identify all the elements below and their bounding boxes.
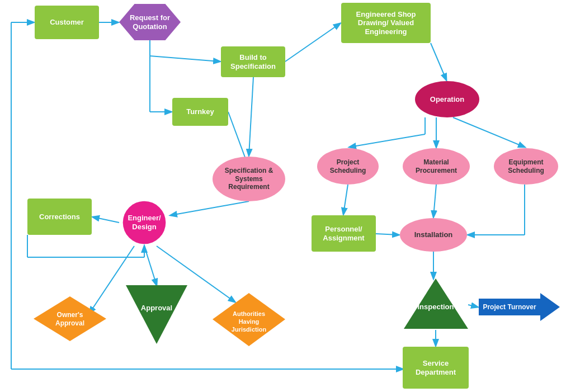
request-quotation-node: Request forQuotation [119, 4, 181, 40]
owners-approval-node: Owner's Approval [34, 296, 106, 341]
svg-line-12 [453, 117, 525, 147]
personnel-assignment-node: Personnel/Assignment [312, 215, 376, 252]
turnkey-node: Turnkey [172, 98, 228, 126]
svg-text:Inspection: Inspection [417, 303, 454, 311]
material-procurement-node: MaterialProcurement [403, 148, 470, 185]
svg-line-19 [144, 246, 157, 285]
svg-line-7 [249, 77, 253, 155]
svg-text:Approval: Approval [141, 304, 172, 312]
svg-marker-36 [34, 296, 106, 341]
svg-text:Project Turnover: Project Turnover [483, 303, 536, 311]
svg-text:Having: Having [239, 318, 260, 325]
svg-line-10 [350, 134, 425, 147]
svg-line-22 [433, 185, 436, 217]
build-to-spec-node: Build toSpecification [221, 46, 285, 77]
inspection-node: Inspection [404, 278, 468, 329]
corrections-node: Corrections [27, 199, 92, 235]
spec-systems-node: Specification &SystemsRequirement [213, 157, 285, 201]
service-department-node: ServiceDepartment [403, 347, 469, 389]
svg-text:Authorities: Authorities [233, 310, 265, 317]
svg-text:Owner's: Owner's [57, 311, 83, 319]
equipment-scheduling-node: EquipmentScheduling [494, 148, 558, 185]
approval-node: Approval [126, 285, 187, 344]
svg-line-14 [93, 217, 119, 223]
svg-text:Approval: Approval [55, 319, 84, 327]
flowchart-diagram: Customer Request forQuotation Build toSp… [0, 0, 566, 392]
svg-line-25 [376, 234, 399, 235]
operation-node: Operation [415, 81, 479, 117]
svg-line-21 [343, 185, 348, 214]
svg-marker-39 [126, 285, 187, 344]
svg-text:Jurisdiction: Jurisdiction [232, 326, 267, 333]
svg-line-2 [150, 56, 220, 62]
svg-line-8 [431, 43, 446, 80]
engineered-shop-node: Engineered ShopDrawing/ ValuedEngineerin… [341, 3, 431, 43]
customer-node: Customer [35, 6, 99, 39]
engineer-design-node: Engineer/Design [119, 200, 169, 245]
installation-node: Installation [400, 218, 467, 252]
svg-line-3 [285, 23, 340, 62]
project-scheduling-node: ProjectScheduling [317, 148, 379, 185]
authorities-node: Authorities Having Jurisdiction [213, 293, 285, 346]
svg-line-13 [171, 201, 249, 215]
project-turnover-node: Project Turnover [479, 293, 560, 321]
svg-line-27 [468, 305, 478, 307]
